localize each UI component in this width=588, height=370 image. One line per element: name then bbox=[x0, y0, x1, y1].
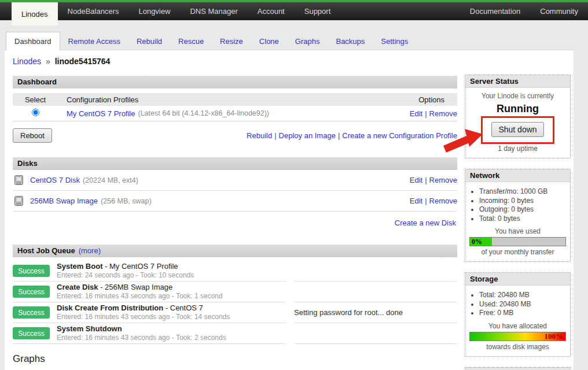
disk-options: Edit|Remove bbox=[410, 176, 457, 184]
success-badge: Success bbox=[13, 306, 50, 319]
nav-nodebalancers[interactable]: NodeBalancers bbox=[58, 2, 129, 20]
job-timing: Entered: 16 minutes 43 seconds ago - Too… bbox=[57, 313, 230, 321]
tab-settings[interactable]: Settings bbox=[373, 33, 416, 50]
disk-remove-link[interactable]: Remove bbox=[429, 197, 457, 205]
top-navigation: Linodes NodeBalancers Longview DNS Manag… bbox=[0, 2, 588, 20]
breadcrumb-linodes-link[interactable]: Linodes bbox=[13, 57, 41, 66]
profile-name-link[interactable]: My CentOS 7 Profile bbox=[58, 109, 135, 118]
profile-remove-link[interactable]: Remove bbox=[429, 109, 457, 118]
disks-section-title: Disks bbox=[17, 157, 38, 170]
dashboard-section-header: Dashboard bbox=[13, 76, 457, 88]
tab-clone[interactable]: Clone bbox=[251, 33, 287, 50]
profile-radio[interactable] bbox=[32, 109, 39, 116]
profile-options: Edit|Remove bbox=[410, 109, 457, 118]
success-badge: Success bbox=[13, 327, 50, 339]
disk-detail: (20224 MB, ext4) bbox=[83, 176, 138, 184]
job-detail: - My CentOS 7 Profile bbox=[102, 262, 178, 271]
deploy-image-link[interactable]: Deploy an Image bbox=[279, 131, 336, 140]
job-title: System Boot bbox=[57, 262, 102, 271]
pipe-separator: | bbox=[425, 176, 427, 184]
job-message bbox=[294, 323, 457, 344]
disk-edit-link[interactable]: Edit bbox=[410, 176, 422, 184]
job-title: Disk Create From Distribution bbox=[57, 304, 163, 312]
nav-account[interactable]: Account bbox=[248, 2, 295, 20]
profile-edit-link[interactable]: Edit bbox=[410, 109, 422, 118]
host-job-queue-header: Host Job Queue (more) bbox=[13, 245, 457, 257]
backups-box: Backups No - Enable bbox=[465, 367, 571, 370]
job-title: System Shutdown bbox=[57, 324, 122, 333]
create-new-disk-link[interactable]: Create a new Disk bbox=[395, 219, 456, 227]
hard-drive-icon bbox=[14, 175, 25, 185]
breadcrumb-separator: » bbox=[46, 57, 50, 66]
tab-dashboard[interactable]: Dashboard bbox=[6, 32, 60, 50]
create-disk-row: Create a new Disk bbox=[13, 219, 457, 227]
column-select: Select bbox=[13, 95, 58, 104]
nav-longview[interactable]: Longview bbox=[128, 2, 180, 20]
annotation-highlight-box: Shut down bbox=[481, 116, 554, 144]
graphs-heading: Graphs bbox=[13, 353, 457, 370]
breadcrumb-current: linode5415764 bbox=[55, 57, 111, 66]
nav-community[interactable]: Community bbox=[530, 2, 588, 20]
disk-options: Edit|Remove bbox=[410, 197, 457, 205]
tab-rebuild[interactable]: Rebuild bbox=[128, 33, 170, 50]
nav-documentation[interactable]: Documentation bbox=[460, 2, 530, 20]
network-usage-bar: 0% bbox=[469, 237, 566, 246]
disk-edit-link[interactable]: Edit bbox=[410, 197, 422, 205]
storage-alloc-label: You have allocated bbox=[469, 322, 566, 330]
tab-backups[interactable]: Backups bbox=[328, 33, 373, 50]
server-status-line: Your Linode is currently bbox=[469, 92, 566, 100]
storage-usage-bar: 100% bbox=[469, 332, 566, 341]
rebuild-link[interactable]: Rebuild bbox=[247, 131, 272, 140]
disk-name-link[interactable]: 256MB Swap Image bbox=[30, 197, 98, 205]
disk-remove-link[interactable]: Remove bbox=[429, 176, 457, 184]
nav-linodes[interactable]: Linodes bbox=[12, 2, 58, 25]
more-link[interactable]: (more) bbox=[79, 245, 101, 257]
network-stat: Incoming: 0 bytes bbox=[479, 197, 566, 205]
disk-row: 256MB Swap Image (256 MB, swap) Edit|Rem… bbox=[13, 191, 457, 212]
network-box: Network Transfer/mo: 1000 GB Incoming: 0… bbox=[465, 169, 571, 262]
pipe-separator: | bbox=[425, 197, 427, 205]
dashboard-action-links: Rebuild|Deploy an Image|Create a new Con… bbox=[247, 131, 457, 140]
tab-rescue[interactable]: Rescue bbox=[170, 33, 212, 50]
shut-down-button[interactable]: Shut down bbox=[491, 122, 543, 137]
reboot-button[interactable]: Reboot bbox=[13, 128, 52, 143]
job-timing: Entered: 16 minutes 43 seconds ago - Too… bbox=[57, 292, 223, 301]
storage-stats-list: Total: 20480 MB Used: 20480 MB Free: 0 M… bbox=[469, 291, 566, 317]
pipe-separator: | bbox=[274, 131, 276, 140]
server-status-title: Server Status bbox=[465, 75, 570, 88]
tab-graphs[interactable]: Graphs bbox=[287, 33, 328, 50]
annotation-arrow-icon bbox=[443, 128, 485, 155]
network-title: Network bbox=[465, 169, 570, 182]
storage-stat: Used: 20480 MB bbox=[479, 300, 566, 309]
disks-section-header: Disks bbox=[13, 157, 457, 170]
nav-dns-manager[interactable]: DNS Manager bbox=[180, 2, 247, 20]
job-title: Create Disk bbox=[57, 283, 98, 291]
job-detail: - CentOS 7 bbox=[163, 304, 203, 312]
job-row: Success System Shutdown Entered: 16 minu… bbox=[13, 323, 457, 344]
nav-spacer bbox=[340, 2, 460, 20]
network-used-label: You have used bbox=[469, 227, 566, 235]
pipe-separator: | bbox=[425, 109, 427, 118]
job-row: Success Disk Create From Distribution - … bbox=[13, 302, 457, 323]
nav-support[interactable]: Support bbox=[295, 2, 341, 20]
disks-section: Disks CentOS 7 Disk (20224 MB, ext4) Edi… bbox=[13, 157, 457, 227]
tab-remote-access[interactable]: Remote Access bbox=[60, 33, 128, 50]
linode-tab-bar: Dashboard Remote Access Rebuild Rescue R… bbox=[6, 32, 416, 50]
job-timing: Entered: 16 minutes 43 seconds ago - Too… bbox=[57, 334, 226, 342]
storage-box: Storage Total: 20480 MB Used: 20480 MB F… bbox=[465, 272, 571, 357]
host-job-queue-title: Host Job Queue bbox=[17, 245, 75, 257]
hard-drive-icon bbox=[14, 196, 25, 206]
network-used-suffix: of your monthly transfer bbox=[469, 248, 566, 256]
job-row: Success Create Disk - 256MB Swap Image E… bbox=[13, 282, 457, 302]
network-stats-list: Transfer/mo: 1000 GB Incoming: 0 bytes O… bbox=[469, 187, 566, 223]
network-usage-fill: 0% bbox=[470, 238, 492, 246]
column-options: Options bbox=[418, 95, 457, 104]
network-stat: Total: 0 bytes bbox=[479, 214, 566, 223]
job-message bbox=[294, 282, 457, 302]
success-badge: Success bbox=[13, 286, 50, 298]
main-column: Dashboard Select Configuration Profiles … bbox=[13, 76, 457, 370]
create-config-profile-link[interactable]: Create a new Configuration Profile bbox=[342, 131, 457, 140]
disk-name-link[interactable]: CentOS 7 Disk bbox=[30, 176, 80, 184]
host-job-queue-section: Host Job Queue (more) Success System Boo… bbox=[13, 245, 457, 344]
tab-resize[interactable]: Resize bbox=[212, 33, 251, 50]
